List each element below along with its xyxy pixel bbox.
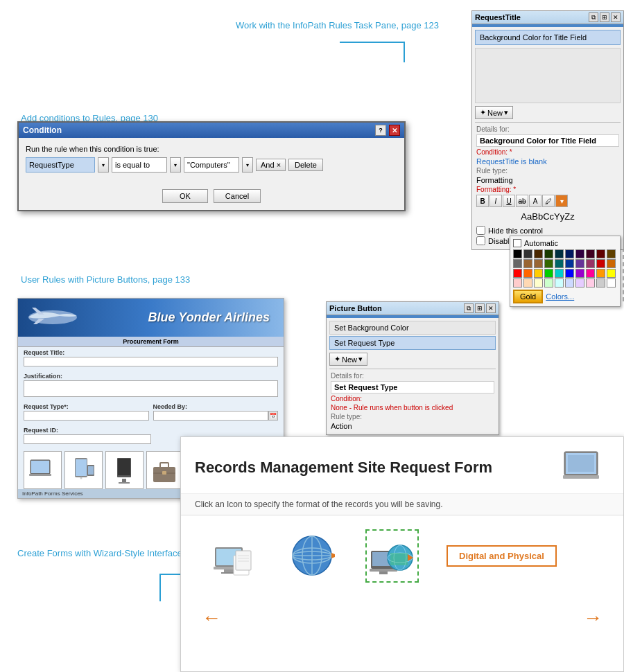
gold-button[interactable]: Gold [513, 290, 543, 303]
color-cell[interactable] [544, 259, 553, 268]
calendar-icon[interactable]: 📅 [268, 411, 278, 421]
italic-btn[interactable]: I [489, 195, 502, 207]
format-sample: AaBbCcYyZz [476, 209, 619, 224]
color-cell[interactable] [575, 269, 584, 278]
color-cell[interactable] [544, 269, 553, 278]
and-button[interactable]: And × [256, 159, 286, 171]
color-cell[interactable] [596, 278, 605, 288]
rules2-paste-btn[interactable]: ⊞ [475, 303, 485, 313]
request-title-input[interactable] [24, 357, 278, 366]
color-cell[interactable] [523, 249, 532, 258]
color-cell[interactable] [534, 259, 543, 268]
value-select[interactable]: "Computers" [184, 157, 239, 173]
desktop-icon [109, 454, 140, 486]
rules2-item2[interactable]: Set Request Type [329, 336, 496, 350]
color-cell[interactable] [523, 259, 532, 268]
color-select-btn[interactable]: ▾ [555, 195, 568, 207]
colors-link[interactable]: Colors... [546, 292, 574, 301]
svg-rect-11 [122, 479, 126, 482]
color-cell[interactable] [586, 269, 595, 278]
rules-paste-btn[interactable]: ⊞ [600, 12, 609, 22]
rules2-close-btn[interactable]: ✕ [486, 303, 496, 313]
cancel-button[interactable]: Cancel [214, 189, 261, 203]
rules2-copy-btn[interactable]: ⧉ [464, 303, 474, 313]
dialog-help-icon[interactable]: ? [375, 125, 386, 136]
rules-new-button[interactable]: ✦ New ▾ [475, 106, 513, 119]
underline-btn[interactable]: U [503, 195, 515, 207]
color-cell[interactable] [607, 269, 616, 278]
color-cell[interactable] [534, 278, 543, 288]
rules-item[interactable]: Background Color for Title Field [475, 30, 621, 45]
color-cell[interactable] [607, 259, 616, 268]
color-cell[interactable] [534, 269, 543, 278]
color-cell[interactable] [534, 249, 543, 258]
color-cell[interactable] [586, 249, 595, 258]
bold-btn[interactable]: B [476, 195, 489, 207]
svg-rect-40 [370, 569, 397, 572]
color-cell[interactable] [575, 249, 584, 258]
automatic-swatch[interactable] [513, 239, 521, 247]
digital-physical-icon [370, 533, 415, 578]
hide-control-checkbox[interactable] [476, 226, 485, 235]
delete-button[interactable]: Delete [288, 159, 323, 171]
records-icon-globe[interactable] [287, 531, 338, 581]
color-cell[interactable] [586, 259, 595, 268]
field-select-arrow[interactable]: ▾ [98, 157, 109, 173]
rules-task-pane: RequestTitle ⧉ ⊞ ✕ Background Color for … [471, 10, 624, 250]
color-cell[interactable] [513, 249, 522, 258]
color-cell[interactable] [555, 269, 564, 278]
font-color-btn[interactable]: A [529, 195, 541, 207]
automatic-row: Automatic [513, 239, 617, 247]
color-cell[interactable] [513, 259, 522, 268]
nav-forward-button[interactable]: → [583, 607, 603, 629]
disable-control-checkbox[interactable] [476, 236, 485, 245]
color-cell[interactable] [565, 278, 574, 288]
tablet-icon [68, 454, 99, 486]
color-cell[interactable] [513, 278, 522, 288]
operator-select-arrow[interactable]: ▾ [170, 157, 181, 173]
value-select-arrow[interactable]: ▾ [242, 157, 253, 173]
highlight-btn[interactable]: 🖊 [542, 195, 555, 207]
color-cell[interactable] [596, 269, 605, 278]
rules2-item1[interactable]: Set Background Color [329, 321, 496, 335]
bag-pic-btn[interactable] [146, 451, 184, 489]
color-cell[interactable] [586, 278, 595, 288]
field-select[interactable]: RequestType [26, 157, 95, 173]
color-cell[interactable] [565, 249, 574, 258]
laptop-pic-btn[interactable] [24, 451, 62, 489]
request-id-input[interactable] [24, 434, 151, 444]
color-cell[interactable] [523, 269, 532, 278]
rules2-new-button[interactable]: ✦ New ▾ [329, 353, 367, 366]
desktop-pic-btn[interactable] [105, 451, 144, 489]
strikethrough-btn[interactable]: ab [516, 195, 528, 207]
justification-input[interactable] [24, 380, 278, 397]
ok-button[interactable]: OK [162, 189, 208, 203]
records-icon-digital-physical[interactable] [365, 529, 419, 583]
rules-delete-btn[interactable]: ✕ [611, 12, 621, 22]
color-cell[interactable] [523, 278, 532, 288]
color-cell[interactable] [565, 259, 574, 268]
nav-back-button[interactable]: ← [202, 607, 221, 629]
rules2-new-btn-row: ✦ New ▾ [329, 353, 496, 366]
tablet-pic-btn[interactable] [64, 451, 103, 489]
color-cell[interactable] [565, 269, 574, 278]
color-cell[interactable] [555, 249, 564, 258]
color-cell[interactable] [555, 278, 564, 288]
rules-copy-btn[interactable]: ⧉ [589, 12, 598, 22]
operator-select[interactable]: is equal to [112, 157, 167, 173]
dialog-close-icon[interactable]: ✕ [389, 125, 400, 136]
color-cell[interactable] [607, 249, 616, 258]
color-cell[interactable] [596, 249, 605, 258]
svg-point-6 [80, 477, 83, 479]
color-cell[interactable] [513, 269, 522, 278]
svg-rect-20 [568, 455, 594, 472]
color-cell[interactable] [575, 259, 584, 268]
request-type-input[interactable] [24, 411, 149, 421]
color-cell[interactable] [544, 278, 553, 288]
color-cell[interactable] [544, 249, 553, 258]
records-icon-documents[interactable] [209, 531, 259, 581]
color-cell[interactable] [575, 278, 584, 288]
color-cell[interactable] [607, 278, 616, 288]
color-cell[interactable] [555, 259, 564, 268]
color-cell[interactable] [596, 259, 605, 268]
